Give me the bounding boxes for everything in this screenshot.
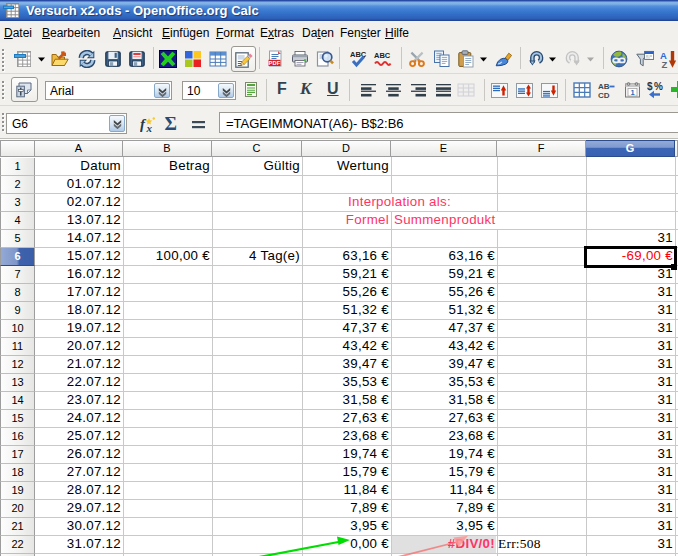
svg-text:1: 1 <box>630 88 634 97</box>
svg-text:Z: Z <box>662 59 668 69</box>
svg-text:CD: CD <box>598 91 610 100</box>
svg-text:Σ: Σ <box>165 115 177 133</box>
svg-text:$: $ <box>647 81 653 92</box>
svg-text:%: % <box>654 81 663 92</box>
svg-text:PDF: PDF <box>268 60 280 66</box>
svg-text:ABC: ABC <box>374 51 391 60</box>
